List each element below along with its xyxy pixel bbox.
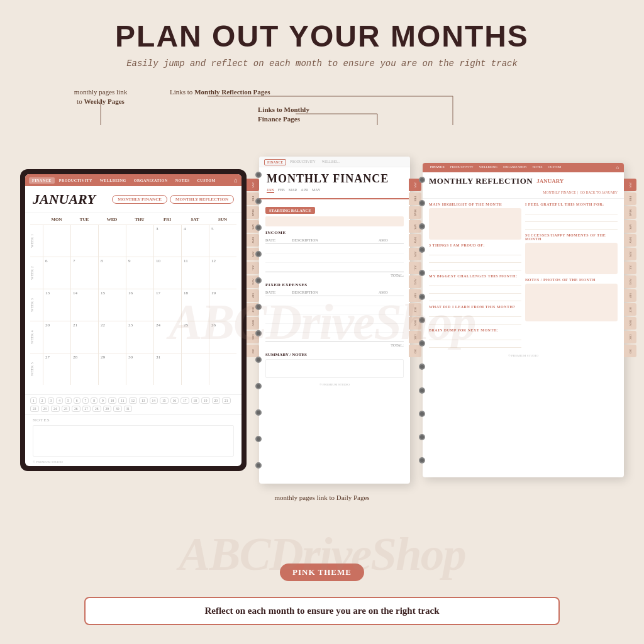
date-chip[interactable]: 14 <box>150 397 158 404</box>
summary-field[interactable] <box>265 359 404 378</box>
rtab2-jun[interactable]: JUN <box>624 248 636 260</box>
date-chip[interactable]: 25 <box>62 406 70 412</box>
expense-row-1[interactable] <box>265 297 404 306</box>
rtab2-300[interactable]: 300 <box>624 345 636 357</box>
cal-cell[interactable]: 7 <box>70 257 98 289</box>
cal-cell[interactable]: 13 <box>43 289 70 321</box>
date-chip[interactable]: 7 <box>82 397 89 404</box>
notes-photo-box[interactable] <box>525 284 618 321</box>
planning-line-1[interactable] <box>429 334 521 340</box>
planning-line-2[interactable] <box>429 341 521 348</box>
fnav-productivity[interactable]: PRODUCTIVITY <box>287 159 318 165</box>
cal-cell[interactable]: 14 <box>70 289 98 321</box>
date-chip[interactable]: 6 <box>74 397 80 404</box>
date-chip[interactable]: 5 <box>65 397 72 404</box>
date-chip[interactable]: 9 <box>99 397 106 404</box>
rtab2-jul[interactable]: JUL <box>624 262 636 274</box>
cal-cell[interactable]: 30 <box>126 353 153 385</box>
nav-productivity[interactable]: PRODUCTIVITY <box>56 177 96 184</box>
nav-custom[interactable]: CUSTOM <box>194 177 218 184</box>
date-chip[interactable]: 4 <box>56 397 63 404</box>
date-chip[interactable]: 15 <box>160 397 169 404</box>
cal-cell[interactable]: 22 <box>98 321 126 353</box>
expense-row-4[interactable] <box>265 324 404 333</box>
grateful-line-1[interactable] <box>525 208 618 214</box>
date-chip[interactable]: 17 <box>180 397 189 404</box>
cal-cell[interactable]: 26 <box>209 321 236 353</box>
date-chip[interactable]: 16 <box>170 397 179 404</box>
rtab2-nov[interactable]: NOV <box>624 317 636 330</box>
challenge-line-2[interactable] <box>429 287 521 294</box>
learned-line-2[interactable] <box>429 318 521 325</box>
monthly-finance-btn[interactable]: MONTHLY FINANCE <box>112 195 167 204</box>
rtab2-may[interactable]: MAY <box>624 234 636 247</box>
cal-cell[interactable]: 9 <box>126 257 153 289</box>
cal-cell[interactable] <box>70 225 98 257</box>
cal-cell[interactable] <box>98 225 126 257</box>
cal-cell[interactable] <box>43 225 70 257</box>
income-row-1[interactable] <box>265 245 404 254</box>
rnav-custom[interactable]: CUSTOM <box>546 165 564 170</box>
cal-cell[interactable]: 15 <box>98 289 126 321</box>
rtab2-apr[interactable]: APR <box>624 220 636 233</box>
date-chip[interactable]: 18 <box>191 397 200 404</box>
rnav-organization[interactable]: ORGANIZATION <box>501 165 530 170</box>
date-chip[interactable]: 29 <box>103 406 112 412</box>
cal-cell[interactable]: 21 <box>70 321 98 353</box>
expense-row-5[interactable] <box>265 333 404 341</box>
cal-cell[interactable]: 4 <box>181 225 209 257</box>
tab-feb[interactable]: FEB <box>278 188 285 193</box>
rnav-productivity[interactable]: PRODUCTIVITY <box>448 165 476 170</box>
rtab2-aug[interactable]: AUG <box>624 275 636 288</box>
tab-mar[interactable]: MAR <box>289 188 297 193</box>
nav-notes[interactable]: NOTES <box>172 177 193 184</box>
challenge-line-1[interactable] <box>429 280 521 286</box>
grateful-line-3[interactable] <box>525 223 618 230</box>
starting-balance-field[interactable] <box>265 216 404 226</box>
expense-row-3[interactable] <box>265 315 404 324</box>
tab-may[interactable]: MAY <box>312 188 320 193</box>
challenge-line-3[interactable] <box>429 295 521 301</box>
date-chip[interactable]: 27 <box>82 406 91 412</box>
rnav-wellbeing[interactable]: WELLBEING <box>477 165 500 170</box>
cal-cell[interactable]: 24 <box>153 321 181 353</box>
nav-organization[interactable]: ORGANIZATION <box>131 177 171 184</box>
date-chip[interactable]: 24 <box>51 406 60 412</box>
tab-jan[interactable]: JAN <box>267 188 274 193</box>
nav-finance[interactable]: FINANCE <box>29 177 55 184</box>
monthly-reflection-btn[interactable]: MONTHLY REFLECTION <box>170 195 234 204</box>
cal-cell[interactable]: 10 <box>153 257 181 289</box>
proud-line-1[interactable] <box>429 249 521 255</box>
main-highlight-box[interactable] <box>429 208 521 240</box>
home-icon[interactable]: ⌂ <box>234 177 238 184</box>
income-row-3[interactable] <box>265 263 404 272</box>
date-chip[interactable]: 28 <box>92 406 101 412</box>
notes-area[interactable] <box>33 425 234 457</box>
date-chip[interactable]: 19 <box>201 397 210 404</box>
successes-box[interactable] <box>525 243 618 274</box>
cal-cell[interactable]: 11 <box>181 257 209 289</box>
date-chip[interactable]: 20 <box>212 397 221 404</box>
date-chip[interactable]: 30 <box>113 406 122 412</box>
cal-cell[interactable]: 8 <box>98 257 126 289</box>
date-chip[interactable]: 1 <box>30 397 37 404</box>
date-chip[interactable]: 26 <box>72 406 80 412</box>
date-chip[interactable]: 2 <box>39 397 46 404</box>
cal-cell[interactable]: 28 <box>70 353 98 385</box>
proud-line-2[interactable] <box>429 257 521 263</box>
cal-cell[interactable]: 18 <box>181 289 209 321</box>
date-chip[interactable]: 22 <box>30 406 39 412</box>
date-chip[interactable]: 13 <box>139 397 148 404</box>
rnav-notes[interactable]: NOTES <box>530 165 545 170</box>
nav-wellbeing[interactable]: WELLBEING <box>97 177 130 184</box>
date-chip[interactable]: 23 <box>41 406 50 412</box>
rnav-home-icon[interactable]: ⌂ <box>616 165 619 170</box>
cal-cell[interactable]: 23 <box>126 321 153 353</box>
rtab2-oct[interactable]: OCT <box>624 303 636 316</box>
date-chip[interactable]: 11 <box>118 397 126 404</box>
cal-cell[interactable] <box>126 225 153 257</box>
cal-cell[interactable]: 12 <box>209 257 236 289</box>
cal-cell[interactable]: 27 <box>43 353 70 385</box>
date-chip[interactable]: 21 <box>222 397 231 404</box>
date-chip[interactable]: 10 <box>108 397 117 404</box>
